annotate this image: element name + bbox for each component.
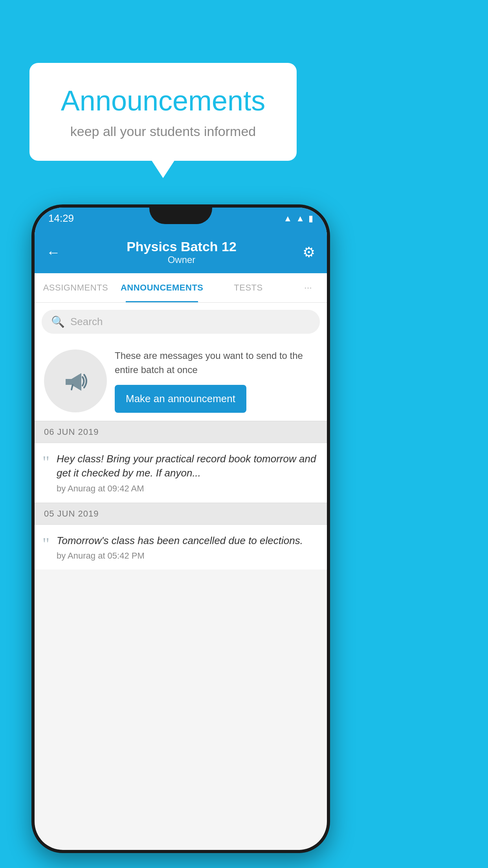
main-content: 🔍 Search These are messages you want to …: [35, 303, 327, 570]
announcement-content-1: Hey class! Bring your practical record b…: [57, 452, 319, 494]
speech-bubble: Announcements keep all your students inf…: [29, 63, 297, 161]
phone-screen: 14:29 ▲ ▲ ▮ ← Physics Batch 12 Owner ⚙ A…: [35, 208, 327, 850]
tab-tests[interactable]: TESTS: [207, 273, 290, 302]
quote-icon-1: ": [42, 454, 50, 471]
status-time: 14:29: [48, 212, 74, 224]
promo-description: These are messages you want to send to t…: [115, 349, 317, 377]
search-icon: 🔍: [51, 315, 65, 328]
phone-mockup: 14:29 ▲ ▲ ▮ ← Physics Batch 12 Owner ⚙ A…: [31, 204, 330, 853]
header-subtitle: Owner: [127, 254, 237, 265]
make-announcement-button[interactable]: Make an announcement: [115, 385, 246, 413]
tab-bar: ASSIGNMENTS ANNOUNCEMENTS TESTS ···: [35, 273, 327, 303]
quote-icon-2: ": [42, 535, 50, 553]
promo-icon-circle: [44, 349, 107, 412]
announcement-meta-1: by Anurag at 09:42 AM: [57, 484, 319, 494]
signal-icon: ▲: [296, 213, 305, 224]
date-separator-1: 06 JUN 2019: [35, 421, 327, 443]
bubble-subtitle: keep all your students informed: [53, 124, 273, 139]
megaphone-icon: [60, 365, 91, 397]
tab-assignments[interactable]: ASSIGNMENTS: [35, 273, 117, 302]
back-button[interactable]: ←: [46, 244, 61, 261]
wifi-icon: ▲: [283, 213, 292, 224]
gear-icon[interactable]: ⚙: [303, 244, 315, 261]
header-center: Physics Batch 12 Owner: [127, 239, 237, 265]
battery-icon: ▮: [308, 213, 313, 224]
status-icons: ▲ ▲ ▮: [283, 213, 313, 224]
tab-more[interactable]: ···: [289, 273, 327, 302]
header-title: Physics Batch 12: [127, 239, 237, 254]
announcement-promo: These are messages you want to send to t…: [35, 341, 327, 421]
promo-right: These are messages you want to send to t…: [115, 349, 317, 413]
announcement-content-2: Tomorrow's class has been cancelled due …: [57, 533, 319, 561]
announcement-text-1: Hey class! Bring your practical record b…: [57, 452, 319, 480]
search-bar[interactable]: 🔍 Search: [42, 310, 320, 334]
announcement-item-2[interactable]: " Tomorrow's class has been cancelled du…: [35, 525, 327, 570]
bubble-title: Announcements: [53, 85, 273, 117]
announcement-text-2: Tomorrow's class has been cancelled due …: [57, 533, 319, 548]
announcement-item-1[interactable]: " Hey class! Bring your practical record…: [35, 443, 327, 503]
announcement-meta-2: by Anurag at 05:42 PM: [57, 551, 319, 561]
search-placeholder: Search: [70, 316, 103, 328]
tab-announcements[interactable]: ANNOUNCEMENTS: [117, 273, 207, 302]
svg-line-0: [72, 385, 73, 390]
date-separator-2: 05 JUN 2019: [35, 503, 327, 525]
phone-notch: [149, 204, 212, 224]
app-header: ← Physics Batch 12 Owner ⚙: [35, 229, 327, 273]
